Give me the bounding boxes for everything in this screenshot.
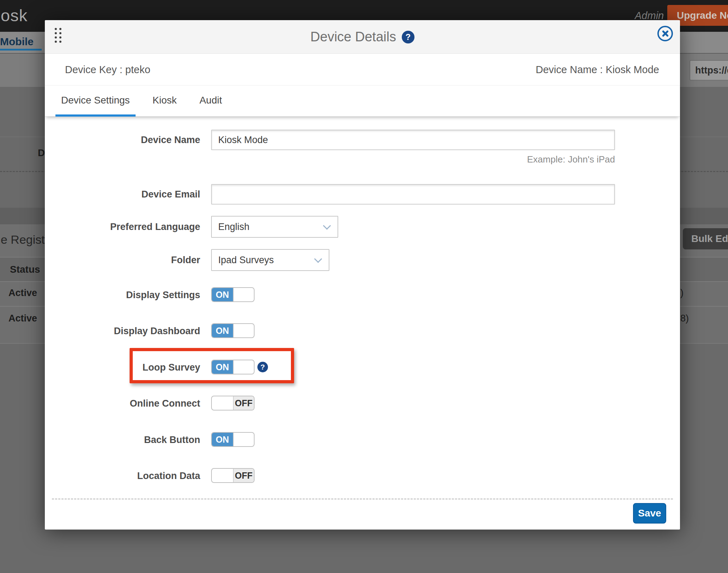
device-details-modal: Device Details ? Device Key : pteko Devi… [45,20,680,530]
count-fragment: 8) [680,313,689,324]
toggle-off-half [233,324,254,337]
screen: osk Admin Upgrade Now Mobile https://d D… [0,0,728,573]
toggle-off-half [233,360,254,374]
loop-survey-label: Loop Survey [45,362,200,373]
toggle-off-half [233,433,254,446]
back-button-label: Back Button [45,435,200,445]
app-logo-fragment: osk [1,6,28,25]
tab-kiosk[interactable]: Kiosk [147,85,182,117]
folder-label: Folder [45,255,200,266]
device-email-input[interactable] [211,184,615,205]
preferred-language-label: Preferred Language [45,221,200,232]
chevron-down-icon [323,222,331,230]
folder-value: Ipad Surveys [218,250,274,270]
toggle-row-loop-survey: Loop Survey ON ? [45,360,680,374]
toggle-on-half: ON [212,433,233,446]
toggle-on-half [212,469,233,482]
device-key-text: Device Key : pteko [65,54,150,85]
registrations-heading-fragment: e Registr [1,233,49,247]
toggle-on-half: ON [212,324,233,337]
device-name-label: Device Name [45,135,200,146]
device-email-label: Device Email [45,189,200,200]
toggle-off-half: OFF [233,396,254,410]
toggle-on-half [212,396,233,410]
bulk-edit-button[interactable]: Bulk Edit [683,228,728,249]
toggle-on-half: ON [212,288,233,301]
toggle-row-location-data: Location Data OFF [45,468,680,483]
toggle-row-back-button: Back Button ON [45,432,680,447]
device-name-input[interactable] [211,130,615,150]
online-connect-label: Online Connect [45,398,200,409]
toggle-on-half: ON [212,360,233,374]
status-column-header: Status [10,264,40,275]
modal-subheader: Device Key : pteko Device Name : Kiosk M… [45,54,680,85]
toggle-row-display-settings: Display Settings ON [45,287,680,302]
tab-mobile[interactable]: Mobile [0,36,34,48]
toggle-off-half: OFF [233,469,254,482]
location-data-label: Location Data [45,471,200,482]
display-dashboard-toggle[interactable]: ON [211,323,255,338]
modal-title-wrap: Device Details ? [45,20,680,54]
loop-survey-toggle[interactable]: ON [211,360,255,374]
online-connect-toggle[interactable]: OFF [211,396,255,410]
modal-tabs: Device Settings Kiosk Audit [45,85,680,117]
display-settings-toggle[interactable]: ON [211,287,255,302]
status-cell: Active [8,313,37,324]
preferred-language-select[interactable]: English [211,216,338,238]
tab-audit[interactable]: Audit [194,85,228,117]
tab-mobile-active-underline [0,49,42,51]
loop-survey-help-icon[interactable]: ? [257,362,268,372]
folder-select[interactable]: Ipad Surveys [211,249,329,271]
modal-title: Device Details [310,29,396,45]
display-dashboard-label: Display Dashboard [45,326,200,337]
display-settings-label: Display Settings [45,290,200,301]
modal-header: Device Details ? [45,20,680,54]
location-data-toggle[interactable]: OFF [211,468,255,483]
help-icon[interactable]: ? [402,31,414,43]
back-button-toggle[interactable]: ON [211,432,255,447]
chevron-down-icon [314,255,322,263]
device-name-hint: Example: John's iPad [211,154,615,165]
tab-device-settings[interactable]: Device Settings [55,85,136,117]
close-button[interactable] [657,26,673,41]
url-input[interactable]: https://d [690,60,728,81]
toggle-row-display-dashboard: Display Dashboard ON [45,323,680,338]
toggle-row-online-connect: Online Connect OFF [45,396,680,410]
footer-dashed-divider [52,498,673,500]
save-button[interactable]: Save [633,503,666,524]
count-fragment: ) [680,288,684,299]
toggle-off-half [233,288,254,301]
preferred-language-value: English [218,217,250,237]
status-cell: Active [8,288,37,299]
device-name-text: Device Name : Kiosk Mode [536,54,659,85]
modal-body: Device Name Example: John's iPad Device … [45,117,680,530]
